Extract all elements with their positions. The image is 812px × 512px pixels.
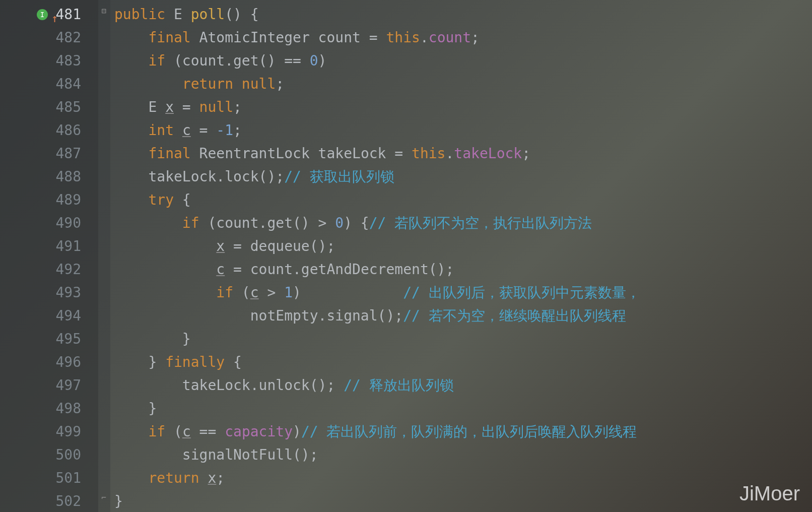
line-number: 491 xyxy=(0,235,98,258)
code-line: notEmpty.signal();// 若不为空，继续唤醒出队列线程 xyxy=(114,304,812,328)
line-number: 492 xyxy=(0,258,98,281)
line-number: 481 I ↑ xyxy=(0,3,98,26)
code-editor[interactable]: 481 I ↑ 482 483 484 485 486 487 488 489 … xyxy=(0,0,812,512)
code-line: int c = -1; xyxy=(114,119,812,142)
line-number: 499 xyxy=(0,420,98,443)
code-line: } finally { xyxy=(114,351,812,374)
code-line: E x = null; xyxy=(114,96,812,119)
line-number: 487 xyxy=(0,142,98,165)
line-number: 485 xyxy=(0,96,98,119)
line-number: 488 xyxy=(0,165,98,188)
code-line: takeLock.unlock(); // 释放出队列锁 xyxy=(114,374,812,397)
line-number: 493 xyxy=(0,281,98,304)
code-line: return x; xyxy=(114,467,812,490)
line-number: 490 xyxy=(0,212,98,235)
line-number: 498 xyxy=(0,397,98,420)
line-number: 497 xyxy=(0,374,98,397)
code-line: x = dequeue(); xyxy=(114,235,812,258)
code-line: if (count.get() == 0) xyxy=(114,49,812,73)
code-line: } xyxy=(114,490,812,512)
line-number: 500 xyxy=(0,443,98,467)
code-line: if (c > 1) // 出队列后，获取队列中元素数量， xyxy=(114,281,812,304)
code-line: if (c == capacity)// 若出队列前，队列满的，出队列后唤醒入队… xyxy=(114,420,812,443)
line-number: 489 xyxy=(0,188,98,212)
watermark: JiMoer xyxy=(739,482,800,505)
code-line: public E poll() { xyxy=(114,3,812,26)
fold-region: ⊟ ⌐ xyxy=(98,0,110,512)
line-number: 501 xyxy=(0,467,98,490)
line-number: 494 xyxy=(0,304,98,328)
code-line: signalNotFull(); xyxy=(114,443,812,467)
line-number: 483 xyxy=(0,49,98,73)
line-number: 496 xyxy=(0,351,98,374)
line-gutter: 481 I ↑ 482 483 484 485 486 487 488 489 … xyxy=(0,0,98,512)
code-line: } xyxy=(114,397,812,420)
code-line: } xyxy=(114,328,812,351)
line-number: 486 xyxy=(0,119,98,142)
code-line: takeLock.lock();// 获取出队列锁 xyxy=(114,165,812,188)
code-line: return null; xyxy=(114,73,812,96)
implementation-icon[interactable]: I xyxy=(37,9,48,20)
line-number: 482 xyxy=(0,26,98,49)
line-number: 484 xyxy=(0,73,98,96)
line-number: 495 xyxy=(0,328,98,351)
fold-end-icon[interactable]: ⌐ xyxy=(99,493,108,502)
fold-collapse-icon[interactable]: ⊟ xyxy=(99,6,108,15)
code-line: final AtomicInteger count = this.count; xyxy=(114,26,812,49)
code-line: if (count.get() > 0) {// 若队列不为空，执行出队列方法 xyxy=(114,212,812,235)
code-area[interactable]: public E poll() { final AtomicInteger co… xyxy=(110,0,812,512)
line-number: 502 xyxy=(0,490,98,512)
code-line: try { xyxy=(114,188,812,212)
code-line: c = count.getAndDecrement(); xyxy=(114,258,812,281)
code-line: final ReentrantLock takeLock = this.take… xyxy=(114,142,812,165)
